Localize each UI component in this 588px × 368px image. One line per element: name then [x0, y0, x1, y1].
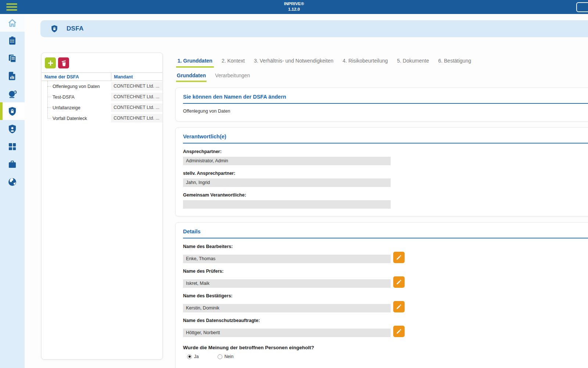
edit-datenschutzbeauftragter-button[interactable]: [393, 326, 405, 337]
tab-risikobeurteilung[interactable]: 4. Risikobeurteilung: [341, 57, 389, 68]
dsfa-mandant: CONTECHNET Ltd. ...: [111, 114, 162, 123]
sidebar-item-dashboard[interactable]: [0, 138, 25, 155]
sidebar-item-alarms[interactable]: [0, 85, 25, 102]
alarm-bell-icon: [7, 89, 17, 99]
tab-dokumente[interactable]: 5. Dokumente: [395, 57, 430, 68]
add-dsfa-button[interactable]: [45, 57, 56, 68]
sidebar-item-archive[interactable]: [0, 155, 25, 173]
shield-lock-icon: [50, 25, 58, 33]
radio-ja-icon[interactable]: [187, 354, 192, 359]
field-label: Gemeinsam Verantwortliche:: [183, 192, 588, 198]
dsfa-list-panel: Name der DSFA Mandant Offenlegung von Da…: [41, 53, 163, 360]
dashboard-grid-icon: [7, 142, 17, 152]
ansprechpartner-field[interactable]: Administrator, Admin: [183, 157, 391, 165]
subtab-grunddaten[interactable]: Grunddaten: [176, 72, 207, 82]
sidebar-item-dsfa[interactable]: [0, 102, 25, 120]
edit-bestaetiger-button[interactable]: [393, 301, 405, 312]
sub-tabs: Grunddaten Verarbeitungen: [175, 72, 588, 82]
trash-icon: [60, 60, 67, 67]
wizard-tabs: 1. Grunddaten 2. Kontext 3. Verhältnis- …: [175, 57, 588, 68]
app-name: INPRIVE®: [0, 1, 588, 7]
sidebar-item-web[interactable]: [0, 173, 25, 191]
radio-ja-label: Ja: [194, 354, 199, 359]
table-row[interactable]: Test-DSFA CONTECHNET Ltd. ...: [42, 92, 162, 102]
shield-lock-icon: [7, 106, 17, 116]
shield-user-icon: [7, 124, 17, 134]
pencil-icon: [396, 254, 402, 261]
pencil-icon: [396, 279, 402, 285]
subtab-verarbeitungen[interactable]: Verarbeitungen: [214, 72, 251, 82]
dsfa-mandant: CONTECHNET Ltd. ...: [111, 93, 162, 101]
bearbeiter-field[interactable]: Enke, Thomas: [183, 255, 391, 263]
tab-verhaeltnis[interactable]: 3. Verhältnis- und Notwendigkeiten: [252, 57, 335, 68]
dsfa-rows: Offenlegung von Daten CONTECHNET Ltd. ..…: [42, 81, 162, 124]
opinion-radio-group: Ja Nein: [187, 354, 588, 359]
column-header-mandant[interactable]: Mandant: [111, 73, 162, 81]
topbar-cutoff-button[interactable]: [576, 2, 588, 12]
plus-icon: [47, 60, 54, 67]
dsfa-name[interactable]: Offenlegung von Daten: [42, 84, 111, 89]
tree-toolbar: [42, 53, 162, 72]
top-bar: INPRIVE® 1.12.0: [0, 0, 588, 14]
dsfa-mandant: CONTECHNET Ltd. ...: [111, 103, 162, 112]
field-label: Name des Prüfers:: [183, 269, 588, 274]
dsfa-name-value[interactable]: Offenlegung von Daten: [183, 109, 588, 114]
gemeinsam-verantwortliche-field[interactable]: [183, 200, 391, 209]
section-divider: [183, 143, 588, 144]
table-row[interactable]: Unfallanzeige CONTECHNET Ltd. ...: [42, 102, 162, 113]
dsfa-name[interactable]: Test-DSFA: [42, 95, 111, 100]
sidebar-nav: [0, 14, 25, 368]
dsfa-name[interactable]: Unfallanzeige: [42, 105, 111, 110]
sidebar-item-home[interactable]: [0, 14, 25, 32]
responsible-section: Verantwortlich(e) Ansprechpartner: Admin…: [175, 127, 588, 216]
briefcase-icon: [7, 159, 17, 169]
documents-icon: [7, 53, 17, 63]
bestaetiger-field[interactable]: Kerstin, Dominik: [183, 304, 391, 312]
pencil-icon: [396, 304, 402, 310]
radio-option-ja[interactable]: Ja: [187, 354, 199, 359]
field-label: Name des Bestätigers:: [183, 293, 588, 298]
field-label: Name des Bearbeiters:: [183, 244, 588, 249]
dsfa-name[interactable]: Vorfall Datenleck: [42, 116, 111, 121]
sidebar-item-documents[interactable]: [0, 49, 25, 67]
globe-icon: [7, 177, 17, 187]
column-header-name[interactable]: Name der DSFA: [42, 74, 111, 79]
dsfa-table: Name der DSFA Mandant Offenlegung von Da…: [42, 72, 162, 124]
section-divider: [183, 103, 588, 104]
field-label: stellv. Ansprechpartner:: [183, 171, 588, 176]
sidebar-item-tasks[interactable]: [0, 32, 25, 49]
tab-bestaetigung[interactable]: 6. Bestätigung: [437, 57, 473, 68]
page-title: DSFA: [67, 25, 84, 32]
responsible-section-title: Verantwortlich(e): [183, 134, 588, 139]
radio-nein-label: Nein: [225, 354, 234, 359]
edit-pruefer-button[interactable]: [393, 276, 405, 288]
datenschutzbeauftragter-field[interactable]: Höttger, Norbertt: [183, 329, 391, 337]
field-label: Name des Datenschutzbeauftragte:: [183, 318, 588, 323]
sidebar-item-reports[interactable]: [0, 67, 25, 85]
main-content: 1. Grunddaten 2. Kontext 3. Verhältnis- …: [175, 57, 588, 368]
app-title: INPRIVE® 1.12.0: [0, 1, 588, 12]
tab-kontext[interactable]: 2. Kontext: [220, 57, 246, 68]
edit-bearbeiter-button[interactable]: [393, 252, 405, 263]
home-icon: [7, 18, 17, 28]
dsfa-table-header: Name der DSFA Mandant: [42, 72, 162, 81]
tab-grunddaten[interactable]: 1. Grunddaten: [176, 57, 214, 68]
opinion-question-label: Wurde die Meinung der betroffnen Persone…: [183, 345, 588, 350]
clipboard-list-icon: [7, 36, 17, 46]
report-file-icon: [7, 71, 17, 81]
section-divider: [183, 238, 588, 238]
radio-nein-icon[interactable]: [218, 354, 222, 359]
stellv-ansprechpartner-field[interactable]: Jahn, Ingrid: [183, 178, 391, 187]
app-version: 1.12.0: [0, 7, 588, 12]
radio-option-nein[interactable]: Nein: [218, 354, 234, 359]
table-row[interactable]: Offenlegung von Daten CONTECHNET Ltd. ..…: [42, 81, 162, 92]
table-row[interactable]: Vorfall Datenleck CONTECHNET Ltd. ...: [42, 113, 162, 124]
details-section-title: Details: [183, 229, 588, 234]
field-label: Ansprechpartner:: [183, 149, 588, 154]
sidebar-item-privacy-officer[interactable]: [0, 120, 25, 138]
pruefer-field[interactable]: Iskret, Maik: [183, 279, 391, 288]
rename-section: Sie können den Namen der DSFA ändern Off…: [175, 88, 588, 121]
dsfa-mandant: CONTECHNET Ltd. ...: [111, 82, 162, 91]
details-section: Details Name des Bearbeiters: Enke, Thom…: [175, 222, 588, 368]
delete-dsfa-button[interactable]: [58, 57, 69, 68]
